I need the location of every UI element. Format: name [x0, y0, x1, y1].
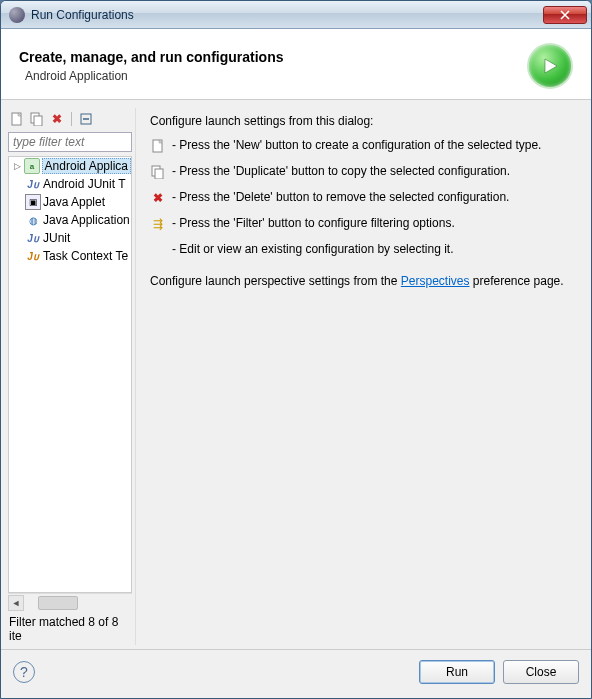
tree-item-android-application[interactable]: ▷ a Android Applica — [9, 157, 131, 175]
filter-status: Filter matched 8 of 8 ite — [5, 611, 135, 645]
help-button[interactable]: ? — [13, 661, 35, 683]
config-toolbar: ✖ — [5, 108, 135, 130]
close-button[interactable]: Close — [503, 660, 579, 684]
filter-text-input[interactable] — [8, 132, 132, 152]
perspectives-paragraph: Configure launch perspective settings fr… — [150, 274, 577, 288]
tree-item-label: Android JUnit T — [43, 177, 125, 191]
delete-config-button[interactable]: ✖ — [49, 111, 65, 127]
collapse-all-button[interactable] — [78, 111, 94, 127]
svg-rect-7 — [155, 169, 163, 179]
new-config-button[interactable] — [9, 111, 25, 127]
duplicate-config-button[interactable] — [29, 111, 45, 127]
tree-item-label: Java Application — [43, 213, 130, 227]
hint-filter: ⇶ - Press the 'Filter' button to configu… — [150, 216, 577, 232]
launch-settings-title: Configure launch settings from this dial… — [150, 114, 577, 128]
svg-rect-2 — [34, 116, 42, 126]
left-pane: ✖ ▷ a Android Applica Jᴜ Android JUnit T — [5, 108, 135, 645]
header-subtitle: Android Application — [25, 69, 527, 83]
tree-item-junit[interactable]: Jᴜ JUnit — [9, 229, 131, 247]
dialog-header: Create, manage, and run configurations A… — [1, 29, 591, 100]
tree-item-android-junit[interactable]: Jᴜ Android JUnit T — [9, 175, 131, 193]
chevron-right-icon[interactable]: ▷ — [13, 161, 22, 171]
delete-icon: ✖ — [150, 190, 166, 206]
tree-item-label: JUnit — [43, 231, 70, 245]
junit-icon: Jᴜ — [25, 230, 41, 246]
dialog-body: ✖ ▷ a Android Applica Jᴜ Android JUnit T — [1, 100, 591, 649]
tree-item-label: Task Context Te — [43, 249, 128, 263]
toolbar-separator — [71, 112, 72, 126]
tree-item-label: Android Applica — [42, 158, 131, 174]
run-configurations-window: Run Configurations Create, manage, and r… — [0, 0, 592, 699]
header-title: Create, manage, and run configurations — [19, 49, 527, 65]
hint-new: - Press the 'New' button to create a con… — [150, 138, 577, 154]
perspectives-link[interactable]: Perspectives — [401, 274, 470, 288]
scroll-thumb[interactable] — [38, 596, 78, 610]
scroll-left-arrow[interactable]: ◄ — [8, 595, 24, 611]
tree-item-task-context[interactable]: Jᴜ Task Context Te — [9, 247, 131, 265]
java-app-icon: ◍ — [25, 212, 41, 228]
hint-duplicate: - Press the 'Duplicate' button to copy t… — [150, 164, 577, 180]
tree-item-java-applet[interactable]: ▣ Java Applet — [9, 193, 131, 211]
run-button[interactable]: Run — [419, 660, 495, 684]
junit-icon: Jᴜ — [25, 176, 41, 192]
tree-item-label: Java Applet — [43, 195, 105, 209]
hint-delete: ✖ - Press the 'Delete' button to remove … — [150, 190, 577, 206]
horizontal-scrollbar[interactable]: ◄ — [8, 593, 132, 611]
junit-icon: Jᴜ — [25, 248, 41, 264]
hint-edit: - Edit or view an existing configuration… — [150, 242, 577, 258]
tree-item-java-application[interactable]: ◍ Java Application — [9, 211, 131, 229]
eclipse-icon — [9, 7, 25, 23]
config-tree[interactable]: ▷ a Android Applica Jᴜ Android JUnit T ▣… — [8, 156, 132, 593]
android-icon: a — [24, 158, 39, 174]
right-pane: Configure launch settings from this dial… — [135, 108, 587, 645]
dialog-footer: ? Run Close — [1, 649, 591, 698]
new-file-icon — [150, 138, 166, 154]
filter-icon: ⇶ — [150, 216, 166, 232]
titlebar: Run Configurations — [1, 1, 591, 29]
duplicate-icon — [150, 164, 166, 180]
window-title: Run Configurations — [31, 8, 543, 22]
window-close-button[interactable] — [543, 6, 587, 24]
applet-icon: ▣ — [25, 194, 41, 210]
run-icon — [527, 43, 573, 89]
